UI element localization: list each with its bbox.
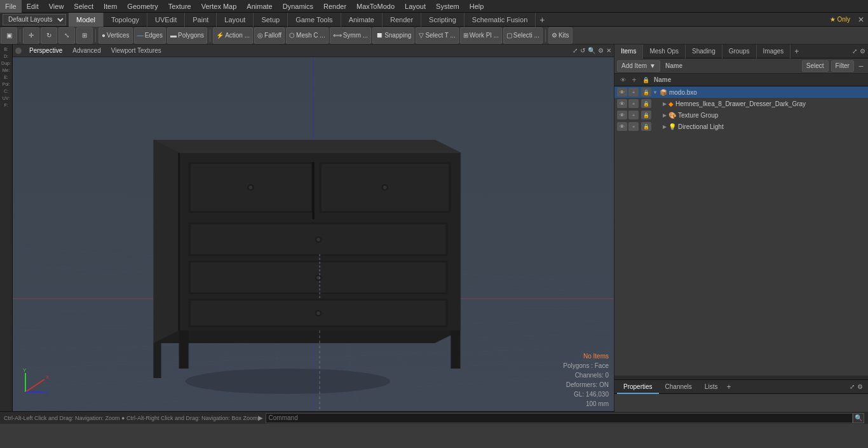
menu-texture[interactable]: Texture: [163, 0, 196, 13]
menu-system[interactable]: System: [431, 0, 465, 13]
command-search-button[interactable]: 🔍: [853, 413, 864, 423]
transform-button[interactable]: ⊞: [76, 27, 93, 44]
menu-render[interactable]: Render: [318, 0, 351, 13]
item-row-modo-bxo[interactable]: 👁 + 🔒 ▼ 📦 modo.bxo: [614, 86, 868, 98]
viewport-close-icon[interactable]: ✕: [606, 47, 611, 54]
symm-button[interactable]: ⟺ Symm ...: [330, 27, 371, 44]
tab-scripting[interactable]: Scripting: [421, 13, 465, 27]
left-tool-b[interactable]: B:: [1, 47, 11, 51]
menu-dynamics[interactable]: Dynamics: [278, 0, 318, 13]
tab-animate[interactable]: Animate: [341, 13, 383, 27]
tab-mesh-ops[interactable]: Mesh Ops: [643, 44, 686, 58]
work-pl-button[interactable]: ⊞ Work Pl ...: [460, 27, 502, 44]
polygons-button[interactable]: ▬ Polygons: [167, 27, 207, 44]
add-item-button[interactable]: Add Item ▼: [617, 60, 660, 72]
kits-button[interactable]: ⚙ Kits: [548, 27, 573, 44]
item-render-modo-bxo[interactable]: 🔒: [641, 88, 651, 97]
item-expand-modo-bxo[interactable]: ▼: [653, 90, 658, 95]
item-expand-texture[interactable]: ▶: [663, 112, 667, 118]
vertices-button[interactable]: ● Vertices: [98, 27, 133, 44]
item-row-directional-light[interactable]: 👁 + 🔒 ▶ 💡 Directional Light: [614, 121, 868, 132]
menu-item[interactable]: Item: [98, 0, 122, 13]
item-eye-texture[interactable]: 👁: [617, 111, 627, 119]
move-button[interactable]: ✛: [23, 27, 39, 44]
menu-edit[interactable]: Edit: [22, 0, 44, 13]
left-tool-d[interactable]: D:: [1, 54, 11, 58]
tab-layout[interactable]: Layout: [217, 13, 254, 27]
viewport-tab-advanced[interactable]: Advanced: [67, 44, 105, 57]
viewport-refresh-icon[interactable]: ↺: [580, 47, 585, 54]
add-tab-button[interactable]: +: [536, 13, 548, 27]
menu-file[interactable]: File: [0, 0, 22, 13]
items-list[interactable]: 👁 + 🔒 ▼ 📦 modo.bxo 👁 + 🔒 ▶ ◆ Hemnes_Ikea…: [614, 86, 868, 376]
tab-game-tools[interactable]: Game Tools: [288, 13, 341, 27]
item-expand-hemnes[interactable]: ▶: [663, 101, 667, 107]
menu-vertex-map[interactable]: Vertex Map: [196, 0, 242, 13]
viewport-settings-icon[interactable]: ⚙: [598, 47, 604, 54]
expand-panel-icon[interactable]: ⤢: [852, 48, 857, 55]
viewport-3d[interactable]: X Y Z No Items Polygons : Face Channels:…: [13, 57, 614, 411]
item-lock-texture[interactable]: +: [628, 111, 639, 119]
close-panel-button[interactable]: ✕: [854, 15, 868, 24]
left-tool-c[interactable]: C:: [1, 89, 11, 93]
left-tool-e[interactable]: E:: [1, 75, 11, 79]
add-right-tab-button[interactable]: +: [790, 47, 803, 56]
selecti-button[interactable]: ▢ Selecti ...: [503, 27, 543, 44]
select-mode-button[interactable]: ▣: [1, 27, 17, 44]
viewport-expand-icon[interactable]: ⤢: [573, 47, 578, 54]
items-filter-button[interactable]: Filter: [831, 60, 854, 72]
menu-select[interactable]: Select: [69, 0, 98, 13]
action-button[interactable]: ⚡ Action ...: [213, 27, 253, 44]
left-tool-f[interactable]: F:: [1, 103, 11, 107]
items-minus-button[interactable]: −: [857, 61, 865, 71]
left-tool-uv[interactable]: UV:: [1, 96, 11, 100]
left-tool-pol[interactable]: Pol:: [1, 82, 11, 86]
item-lock-light[interactable]: +: [628, 122, 639, 131]
left-tool-me[interactable]: Me:: [1, 68, 11, 72]
viewport-zoom-icon[interactable]: 🔍: [588, 47, 595, 54]
tab-setup[interactable]: Setup: [254, 13, 288, 27]
item-render-texture[interactable]: 🔒: [641, 111, 651, 119]
tab-images[interactable]: Images: [757, 44, 791, 58]
add-col-icon[interactable]: +: [628, 76, 640, 85]
menu-animate[interactable]: Animate: [241, 0, 277, 13]
tab-paint[interactable]: Paint: [185, 13, 217, 27]
tab-render[interactable]: Render: [383, 13, 421, 27]
items-select-button[interactable]: Select: [802, 60, 829, 72]
expand-bottom-icon[interactable]: ⤢: [850, 383, 855, 390]
add-bottom-tab-button[interactable]: +: [724, 383, 733, 391]
menu-view[interactable]: View: [44, 0, 69, 13]
item-eye-light[interactable]: 👁: [617, 122, 627, 131]
tab-lists[interactable]: Lists: [698, 380, 724, 394]
tab-topology[interactable]: Topology: [104, 13, 147, 27]
menu-geometry[interactable]: Geometry: [122, 0, 163, 13]
snapping-button[interactable]: 🔲 Snapping: [372, 27, 414, 44]
item-row-texture-group[interactable]: 👁 + 🔒 ▶ 🎨 Texture Group: [614, 109, 868, 121]
menu-maxtomodo[interactable]: MaxToModo: [351, 0, 400, 13]
edges-button[interactable]: — Edges: [134, 27, 166, 44]
tab-items[interactable]: Items: [614, 44, 643, 58]
rotate-button[interactable]: ↻: [41, 27, 57, 44]
layout-select[interactable]: Default Layouts: [3, 14, 66, 25]
tab-groups[interactable]: Groups: [722, 44, 757, 58]
mesh-c-button[interactable]: ⬡ Mesh C ...: [286, 27, 329, 44]
falloff-button[interactable]: ◎ Falloff: [254, 27, 285, 44]
tab-schematic-fusion[interactable]: Schematic Fusion: [465, 13, 536, 27]
item-eye-modo-bxo[interactable]: 👁: [617, 88, 627, 97]
tab-model[interactable]: Model: [69, 13, 104, 27]
menu-help[interactable]: Help: [465, 0, 489, 13]
command-input[interactable]: [266, 413, 853, 423]
tab-channels[interactable]: Channels: [659, 380, 698, 394]
viewport-tab-textures[interactable]: Viewport Textures: [106, 44, 166, 57]
tab-uvedit[interactable]: UVEdit: [147, 13, 185, 27]
tab-shading[interactable]: Shading: [686, 44, 722, 58]
item-expand-light[interactable]: ▶: [663, 124, 667, 130]
menu-layout[interactable]: Layout: [400, 0, 431, 13]
select-t-button[interactable]: ▽ Select T ...: [416, 27, 458, 44]
tab-properties[interactable]: Properties: [617, 380, 659, 394]
star-only[interactable]: ★ Only: [826, 16, 854, 23]
item-render-light[interactable]: 🔒: [641, 122, 651, 131]
item-render-hemnes[interactable]: 🔒: [641, 99, 651, 108]
left-tool-dup[interactable]: Dup:: [1, 61, 11, 65]
item-lock-modo-bxo[interactable]: +: [628, 88, 639, 97]
